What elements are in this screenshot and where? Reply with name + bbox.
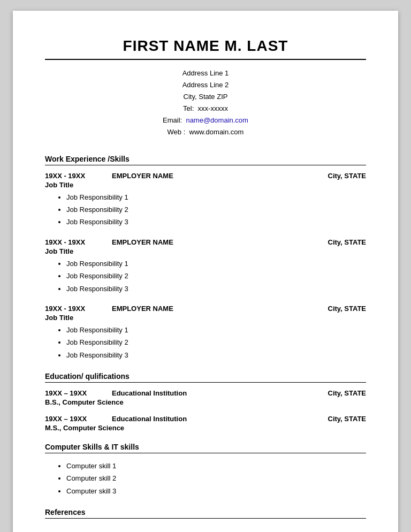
tel-line: Tel: xxx-xxxxx — [45, 103, 366, 115]
edu-institution-1: Educational Institution — [112, 389, 187, 397]
web-value: www.domain.com — [189, 128, 244, 136]
full-name: FIRST NAME M. LAST — [45, 37, 366, 60]
list-item: Computer skill 2 — [66, 472, 366, 484]
edu-degree-2: M.S., Computer Science — [45, 424, 366, 432]
job-title-1: Job Title — [45, 181, 366, 189]
city-state-zip: City, State ZIP — [45, 91, 366, 103]
work-experience-section: Work Experience /Skills 19XX - 19XX EMPL… — [45, 155, 366, 362]
web-label: Web : — [168, 128, 186, 136]
job-location-2: City, STATE — [328, 238, 367, 246]
education-section: Education/ qulifications 19XX – 19XX Edu… — [45, 372, 366, 432]
employer-name-2: EMPLOYER NAME — [112, 238, 173, 246]
employer-name-3: EMPLOYER NAME — [112, 305, 173, 313]
responsibilities-1: Job Responsibility 1 Job Responsibility … — [45, 191, 366, 229]
list-item: Job Responsibility 1 — [66, 191, 366, 203]
references-section: References — [45, 508, 366, 519]
list-item: Computer skill 1 — [66, 460, 366, 472]
tel-value: xxx-xxxxx — [198, 104, 228, 112]
employer-name-1: EMPLOYER NAME — [112, 172, 173, 180]
resume-page: FIRST NAME M. LAST Address Line 1 Addres… — [13, 11, 398, 532]
job-line-2: 19XX - 19XX EMPLOYER NAME City, STATE — [45, 238, 366, 246]
list-item: Computer skill 3 — [66, 485, 366, 497]
web-line: Web : www.domain.com — [45, 126, 366, 138]
address-line1: Address Line 1 — [45, 67, 366, 79]
email-line: Email: name@domain.com — [45, 115, 366, 126]
job-dates-1: 19XX - 19XX — [45, 172, 96, 180]
list-item: Job Responsibility 2 — [66, 203, 366, 216]
edu-entry-1: 19XX – 19XX Educational Institution City… — [45, 389, 366, 406]
email-label: Email: — [163, 116, 182, 124]
edu-line-1: 19XX – 19XX Educational Institution City… — [45, 389, 366, 397]
skills-list: Computer skill 1 Computer skill 2 Comput… — [45, 460, 366, 497]
computer-skills-section: Computer Skills & IT skills Computer ski… — [45, 443, 366, 497]
contact-info: Address Line 1 Address Line 2 City, Stat… — [45, 67, 366, 139]
list-item: Job Responsibility 3 — [66, 216, 366, 228]
responsibilities-2: Job Responsibility 1 Job Responsibility … — [45, 257, 366, 295]
list-item: Job Responsibility 1 — [66, 257, 366, 270]
work-experience-header: Work Experience /Skills — [45, 155, 366, 165]
edu-dates-2: 19XX – 19XX — [45, 415, 96, 423]
references-header: References — [45, 508, 366, 519]
responsibilities-3: Job Responsibility 1 Job Responsibility … — [45, 324, 366, 361]
job-entry-3: 19XX - 19XX EMPLOYER NAME City, STATE Jo… — [45, 305, 366, 361]
edu-degree-1: B.S., Computer Science — [45, 398, 366, 406]
edu-location-1: City, STATE — [328, 389, 367, 397]
education-header: Education/ qulifications — [45, 372, 366, 383]
email-link[interactable]: name@domain.com — [186, 116, 248, 124]
job-entry-2: 19XX - 19XX EMPLOYER NAME City, STATE Jo… — [45, 238, 366, 295]
list-item: Job Responsibility 1 — [66, 324, 366, 336]
edu-institution-2: Educational Institution — [112, 415, 187, 423]
list-item: Job Responsibility 2 — [66, 270, 366, 282]
list-item: Job Responsibility 2 — [66, 336, 366, 348]
job-dates-2: 19XX - 19XX — [45, 238, 96, 246]
job-title-3: Job Title — [45, 314, 366, 322]
edu-location-2: City, STATE — [328, 415, 367, 423]
edu-line-2: 19XX – 19XX Educational Institution City… — [45, 415, 366, 423]
computer-skills-header: Computer Skills & IT skills — [45, 443, 366, 453]
tel-label: Tel: — [183, 104, 194, 112]
job-title-2: Job Title — [45, 247, 366, 255]
job-dates-3: 19XX - 19XX — [45, 305, 96, 313]
job-entry-1: 19XX - 19XX EMPLOYER NAME City, STATE Jo… — [45, 172, 366, 229]
address-line2: Address Line 2 — [45, 79, 366, 91]
job-location-1: City, STATE — [328, 172, 367, 180]
list-item: Job Responsibility 3 — [66, 349, 366, 361]
edu-entry-2: 19XX – 19XX Educational Institution City… — [45, 415, 366, 432]
job-line-1: 19XX - 19XX EMPLOYER NAME City, STATE — [45, 172, 366, 180]
job-location-3: City, STATE — [328, 305, 367, 313]
job-line-3: 19XX - 19XX EMPLOYER NAME City, STATE — [45, 305, 366, 313]
list-item: Job Responsibility 3 — [66, 283, 366, 295]
edu-dates-1: 19XX – 19XX — [45, 389, 96, 397]
